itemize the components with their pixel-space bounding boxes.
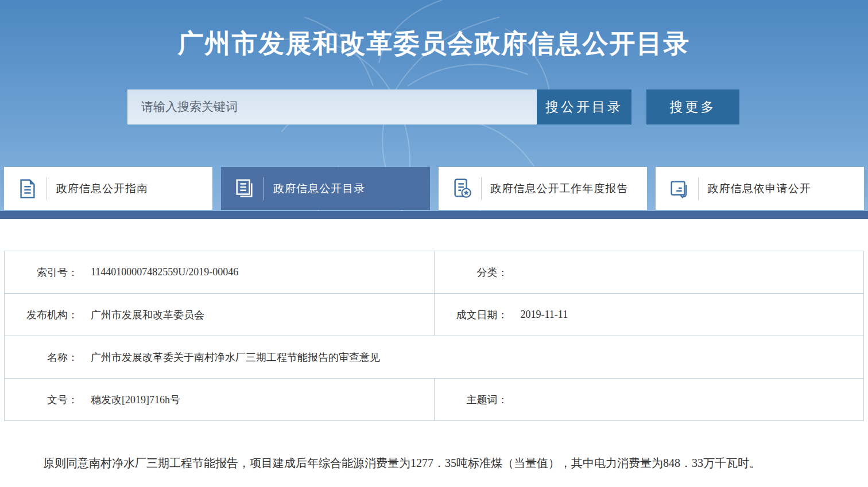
document-summary-paragraph: 原则同意南村净水厂三期工程节能报告，项目建成后年综合能源消费量为1277．35吨… [20,454,845,472]
page-title: 广州市发展和改革委员会政府信息公开目录 [0,0,868,61]
index-number-value: 11440100007482559U/2019-00046 [91,266,238,278]
tab-label: 政府信息公开指南 [56,181,148,196]
search-bar: 搜公开目录 搜更多 [127,89,739,124]
publishing-agency-value: 广州市发展和改革委员会 [91,308,204,322]
keywords-cell: 主题词： [434,379,864,421]
issue-date-value: 2019-11-11 [521,309,568,321]
request-disclosure-icon [668,178,690,200]
tab-divider [481,177,482,200]
publishing-agency-label: 发布机构： [5,308,78,322]
table-row-agency: 发布机构： 广州市发展和改革委员会 成文日期： 2019-11-11 [5,294,864,336]
index-number-label: 索引号： [5,266,78,279]
tab-request-disclosure[interactable]: 政府信息依申请公开 [656,167,864,210]
main-content: 索引号： 11440100007482559U/2019-00046 分类： 发… [0,251,868,472]
publishing-agency-cell: 发布机构： 广州市发展和改革委员会 [5,294,435,336]
document-number-cell: 文号： 穗发改[2019]716h号 [5,379,435,421]
search-more-button[interactable]: 搜更多 [646,89,739,124]
tab-bar: 政府信息公开指南 政府信息公开目录 [4,167,864,210]
tab-annual-report[interactable]: 政府信息公开工作年度报告 [439,167,647,210]
document-directory-icon [234,178,255,200]
tab-disclosure-directory[interactable]: 政府信息公开目录 [221,167,429,210]
header-divider-bar [0,211,868,219]
index-number-cell: 索引号： 11440100007482559U/2019-00046 [5,251,435,294]
document-title-value: 广州市发展改革委关于南村净水厂三期工程节能报告的审查意见 [91,350,380,364]
keywords-label: 主题词： [435,393,508,407]
tab-label: 政府信息依申请公开 [708,181,811,196]
header-banner: 广州市发展和改革委员会政府信息公开目录 搜公开目录 搜更多 政府信息公开指南 [0,0,868,211]
tab-divider [698,177,699,200]
tab-label: 政府信息公开目录 [273,181,365,196]
search-input[interactable] [127,89,537,124]
document-guide-icon [17,178,38,200]
document-number-value: 穗发改[2019]716h号 [91,393,180,407]
document-title-label: 名称： [5,350,78,364]
tab-divider [264,177,264,200]
search-directory-button[interactable]: 搜公开目录 [537,89,631,124]
tab-label: 政府信息公开工作年度报告 [491,181,629,196]
tab-divider [46,177,47,200]
category-cell: 分类： [434,251,864,294]
tab-disclosure-guide[interactable]: 政府信息公开指南 [4,167,212,210]
table-row-index: 索引号： 11440100007482559U/2019-00046 分类： [5,251,864,294]
table-row-docnumber: 文号： 穗发改[2019]716h号 主题词： [5,379,864,421]
table-row-title: 名称： 广州市发展改革委关于南村净水厂三期工程节能报告的审查意见 [5,336,864,379]
annual-report-icon [451,178,473,200]
category-label: 分类： [435,266,508,279]
issue-date-cell: 成文日期： 2019-11-11 [434,294,864,336]
document-number-label: 文号： [5,393,78,407]
info-table: 索引号： 11440100007482559U/2019-00046 分类： 发… [4,251,864,421]
document-title-cell: 名称： 广州市发展改革委关于南村净水厂三期工程节能报告的审查意见 [5,336,864,379]
issue-date-label: 成文日期： [435,308,508,322]
